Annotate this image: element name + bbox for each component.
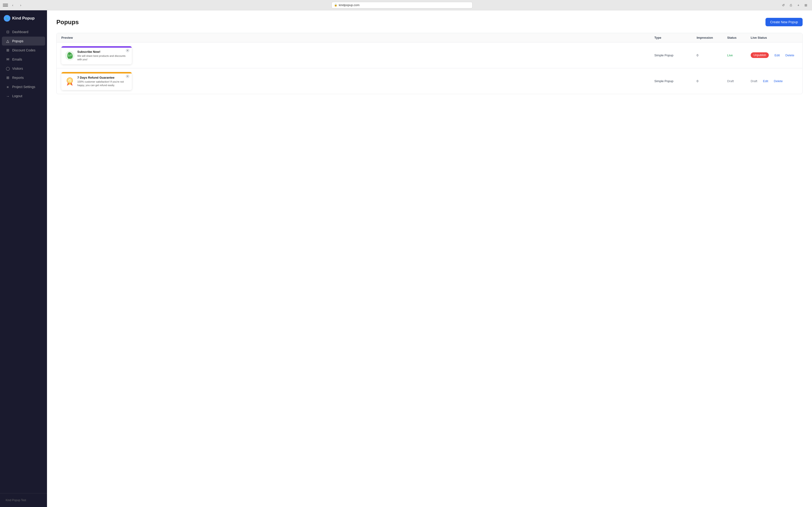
reports-icon: ⊞	[6, 75, 10, 80]
browser-right-controls: ↺ ⎙ + ⊞	[780, 2, 809, 8]
popup-text-2: 7 Days Refund Guarantee 100% customer sa…	[77, 76, 129, 87]
cell-type-2: Simple Popup	[654, 79, 697, 83]
col-header-status: Status	[727, 36, 751, 40]
sidebar-nav: ⊡ Dashboard △ Popups ⊞ Discount Codes ✉ …	[0, 25, 47, 493]
brand-logo: 🐦 Kind Popup	[0, 10, 47, 25]
edit-button-2[interactable]: Edit	[763, 79, 768, 83]
popup-preview-2: ✕ ✓	[61, 72, 654, 90]
popup-desc-2: 100% customer satisfaction! If you're no…	[77, 80, 129, 87]
browser-nav-controls: ‹ ›	[3, 2, 24, 8]
cell-impression-1: 0	[697, 54, 727, 57]
home-icon: ⊡	[6, 30, 10, 34]
table-row: ✕ ✓	[57, 68, 802, 94]
popup-desc-1: We will share best products and discount…	[77, 54, 129, 61]
draft-badge: Draft	[751, 79, 757, 83]
table-header: Preview Type Impression Status Live Stat…	[57, 33, 802, 43]
cell-status-1: Live	[727, 54, 751, 57]
live-status-cell-1: Unpublish Edit Delete	[751, 52, 798, 58]
popup-card-2: ✕ ✓	[61, 72, 132, 90]
new-tab-button[interactable]: +	[795, 2, 802, 8]
popup-close-1[interactable]: ✕	[126, 49, 130, 52]
settings-icon: ≡	[6, 85, 10, 89]
delete-button-1[interactable]: Delete	[785, 54, 794, 57]
sidebar-label-reports: Reports	[12, 76, 24, 79]
create-new-popup-button[interactable]: Create New Popup	[765, 18, 803, 26]
popup-body-2: ✓ 7 Days Refund Guarantee 100% customer …	[61, 73, 132, 90]
cell-impression-2: 0	[697, 79, 727, 83]
sidebar-item-dashboard[interactable]: ⊡ Dashboard	[2, 27, 45, 36]
award-icon: ✓	[65, 76, 75, 87]
popup-card-1: ✕	[61, 46, 132, 64]
sidebar: 🐦 Kind Popup ⊡ Dashboard △ Popups ⊞ Disc…	[0, 10, 47, 507]
edit-button-1[interactable]: Edit	[774, 54, 779, 57]
page-title: Popups	[56, 18, 79, 26]
reload-button[interactable]: ↺	[780, 2, 786, 8]
main-content: Popups Create New Popup Preview Type Imp…	[47, 10, 812, 507]
sidebar-item-logout[interactable]: → Logout	[2, 92, 45, 101]
live-status-cell-2: Draft Edit Delete	[751, 79, 798, 83]
popups-table: Preview Type Impression Status Live Stat…	[56, 33, 803, 94]
brand-name: Kind Popup	[12, 16, 35, 21]
address-bar[interactable]: 🔒 kindpopup.com	[332, 2, 472, 8]
sidebar-label-logout: Logout	[12, 94, 22, 98]
popup-title-1: Subscribe Now!	[77, 50, 129, 54]
popup-close-2[interactable]: ✕	[126, 74, 130, 78]
forward-button[interactable]: ›	[17, 2, 24, 8]
svg-text:✓: ✓	[69, 79, 71, 82]
sidebar-item-discount-codes[interactable]: ⊞ Discount Codes	[2, 46, 45, 55]
sidebar-item-emails[interactable]: ✉ Emails	[2, 55, 45, 64]
sidebar-footer: Kind Popup Test	[0, 493, 47, 507]
popup-body-1: Subscribe Now! We will share best produc…	[61, 48, 132, 64]
cell-status-2: Draft	[727, 79, 751, 83]
url-text: kindpopup.com	[339, 3, 359, 7]
col-header-live-status: Live Status	[751, 36, 798, 40]
page-header: Popups Create New Popup	[56, 18, 803, 26]
col-header-type: Type	[654, 36, 697, 40]
sidebar-toggle[interactable]	[3, 4, 8, 7]
back-button[interactable]: ‹	[9, 2, 16, 8]
col-header-preview: Preview	[61, 36, 654, 40]
sidebar-label-visitors: Visitors	[12, 67, 23, 70]
table-row: ✕	[57, 43, 802, 68]
popups-icon: △	[6, 39, 10, 43]
email-icon: ✉	[6, 57, 10, 61]
sidebar-label-dashboard: Dashboard	[12, 30, 29, 34]
app-wrapper: 🐦 Kind Popup ⊡ Dashboard △ Popups ⊞ Disc…	[0, 10, 812, 507]
popup-text-1: Subscribe Now! We will share best produc…	[77, 50, 129, 61]
cell-type-1: Simple Popup	[654, 54, 697, 57]
brand-icon: 🐦	[4, 15, 10, 21]
unpublish-button[interactable]: Unpublish	[751, 52, 769, 58]
sidebar-item-visitors[interactable]: ◯ Visitors	[2, 64, 45, 73]
sidebar-item-reports[interactable]: ⊞ Reports	[2, 73, 45, 82]
store-name: Kind Popup Test	[2, 496, 45, 504]
discount-icon: ⊞	[6, 48, 10, 52]
sidebar-label-popups: Popups	[12, 39, 23, 43]
sidebar-label-project-settings: Project Settings	[12, 85, 35, 89]
delete-button-2[interactable]: Delete	[774, 79, 783, 83]
leaf-icon	[65, 50, 75, 61]
sidebar-label-emails: Emails	[12, 58, 22, 61]
tabs-button[interactable]: ⊞	[803, 2, 809, 8]
visitors-icon: ◯	[6, 66, 10, 71]
logout-icon: →	[6, 94, 10, 98]
share-button[interactable]: ⎙	[788, 2, 794, 8]
sidebar-item-popups[interactable]: △ Popups	[2, 37, 45, 46]
lock-icon: 🔒	[334, 3, 338, 7]
col-header-impression: Impression	[697, 36, 727, 40]
popup-title-2: 7 Days Refund Guarantee	[77, 76, 129, 79]
popup-preview-1: ✕	[61, 46, 654, 64]
browser-chrome: ‹ › 🔒 kindpopup.com ↺ ⎙ + ⊞	[0, 0, 812, 10]
sidebar-item-project-settings[interactable]: ≡ Project Settings	[2, 82, 45, 91]
sidebar-label-discount-codes: Discount Codes	[12, 48, 36, 52]
